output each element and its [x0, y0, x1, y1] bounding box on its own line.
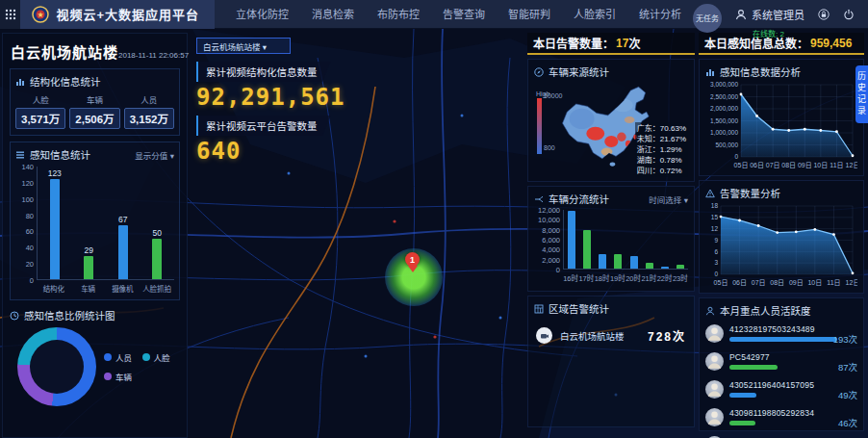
map-site-selector[interactable]: 白云机场航站楼 ▾ — [196, 38, 291, 54]
section-title: 感知信息统计 — [30, 147, 90, 162]
svg-text:0: 0 — [714, 271, 718, 277]
svg-text:15: 15 — [711, 214, 719, 220]
area-chart-svg: 05日06日07日08日09日10日11日12日0369121518 — [705, 200, 857, 289]
ratio-chart-section: 感知信息比例统计图 人员人脸车辆 — [10, 306, 180, 406]
bar — [583, 230, 591, 269]
x-tick-label: 车辆 — [71, 283, 106, 294]
person-info: 412328197503243489 — [729, 324, 823, 342]
nav-item[interactable]: 告警查询 — [431, 0, 497, 29]
task-badge[interactable]: 无任务 — [693, 4, 722, 33]
y-tick-label: 60 — [26, 227, 34, 236]
svg-text:05日: 05日 — [734, 162, 749, 169]
middle-column: 本日告警数量： 17 次 车辆来源统计 High 50000 800 — [527, 33, 695, 438]
brand: ★ 视频云+大数据应用平台 — [20, 0, 215, 29]
person-activity-bar — [729, 337, 837, 342]
heat-legend-min: 800 — [544, 144, 555, 151]
svg-text:11日: 11日 — [827, 279, 840, 287]
bar-column: 67 — [106, 215, 140, 279]
svg-text:12日: 12日 — [846, 279, 857, 287]
power-icon — [843, 9, 855, 20]
person-row[interactable]: 43098119880529283446次 — [705, 408, 857, 429]
bar-column — [564, 211, 579, 269]
svg-text:09日: 09日 — [789, 279, 804, 287]
person-avatar — [705, 352, 724, 371]
svg-text:12日: 12日 — [846, 162, 857, 169]
y-tick-label: 0 — [30, 276, 34, 285]
y-tick-label: 140 — [21, 163, 34, 171]
stat-box: 车辆2,506万 — [69, 93, 119, 129]
legend-item: 人员 — [104, 351, 142, 363]
today-alarm-header: 本日告警数量： 17 次 — [527, 33, 695, 55]
nav-item[interactable]: 布防布控 — [366, 0, 431, 29]
structured-stats-section: 结构化信息统计 人脸3,571万车辆2,506万人员3,152万 — [10, 68, 180, 136]
person-row[interactable]: 412328197503243489193次 — [705, 324, 857, 346]
nav-item[interactable]: 立体化防控 — [224, 0, 300, 29]
source-percent-item: 未知：21.67% — [637, 134, 686, 144]
x-tick-label: 23时 — [673, 272, 688, 283]
svg-text:500,000: 500,000 — [716, 142, 739, 148]
app-title: 视频云+大数据应用平台 — [56, 5, 199, 23]
bar-column: 29 — [72, 245, 107, 279]
vehicle-source-panel: 车辆来源统计 High 50000 800 — [527, 59, 695, 182]
source-percent-item: 四川：0.72% — [637, 166, 686, 176]
x-tick-label: 人脸抓拍 — [140, 283, 174, 294]
stat-value: 2,506万 — [69, 108, 119, 129]
region-alarm-row[interactable]: 白云机场航站楼728次 — [536, 327, 686, 344]
app-grid-icon[interactable] — [0, 0, 20, 29]
police-emblem-icon: ★ — [32, 6, 49, 23]
person-activity-bar — [729, 421, 755, 425]
svg-text:1,000,000: 1,000,000 — [710, 129, 738, 136]
history-tab[interactable]: 历史记录 — [855, 65, 868, 123]
nav-item[interactable]: 人脸索引 — [562, 0, 627, 29]
time-filter-dropdown[interactable]: 时间选择 ▾ — [649, 193, 688, 205]
person-avatar — [705, 324, 724, 343]
bar-column — [626, 256, 642, 269]
bar-value-label: 123 — [48, 168, 62, 178]
svg-text:9: 9 — [714, 237, 718, 244]
bar — [646, 263, 653, 269]
bar-column — [595, 254, 610, 270]
user-name: 系统管理员 — [752, 7, 804, 22]
svg-text:05日: 05日 — [714, 279, 728, 287]
bar — [118, 225, 128, 279]
bar-plot-wrap: 123296750结构化车辆摄像机人脸抓拍 — [37, 167, 174, 294]
legend-label: 人员 — [115, 351, 132, 363]
nav-item[interactable]: 智能研判 — [497, 0, 562, 29]
kpi-alarms: 累计视频云平台告警数量 640 — [196, 116, 331, 165]
map-marker[interactable]: 1 — [405, 252, 421, 272]
source-percent-item: 浙江：1.29% — [637, 144, 686, 155]
bar-chart-body: 02,0004,0006,0008,00010,00012,00016时17时1… — [534, 210, 688, 283]
person-capture-count: 49次 — [829, 388, 857, 401]
lock-button[interactable] — [818, 9, 830, 20]
person-avatar — [705, 408, 724, 426]
nav-right: 无任务 系统管理员 在线数: 2 — [693, 0, 868, 29]
bar-column — [579, 230, 595, 269]
perception-analysis-panel: 感知信息数据分析 05日06日07日08日09日10日11日12日0500,00… — [699, 59, 864, 176]
power-button[interactable] — [843, 9, 855, 20]
user-menu[interactable]: 系统管理员 在线数: 2 — [735, 7, 804, 22]
nav-item[interactable]: 消息检索 — [300, 0, 366, 29]
y-tick-label: 20 — [26, 260, 34, 269]
perception-bar-chart: 020406080100120140123296750结构化车辆摄像机人脸抓拍 — [15, 167, 174, 294]
region-alarm-list: 白云机场航站楼728次 — [534, 327, 688, 344]
nav-item[interactable]: 统计分析 — [627, 0, 693, 29]
display-filter-dropdown[interactable]: 显示分值 ▾ — [135, 149, 174, 161]
stat-box: 人脸3,571万 — [15, 93, 65, 129]
legend-label: 人脸 — [154, 351, 170, 363]
person-capture-count: 87次 — [829, 360, 857, 374]
legend-label: 车辆 — [115, 371, 132, 382]
x-tick-label: 18时 — [595, 272, 610, 283]
left-panel: 白云机场航站楼 2018-11-11 22:06:57 结构化信息统计 人脸3,… — [2, 33, 188, 438]
y-tick-label: 10,000 — [538, 216, 560, 224]
legend-item: 车辆 — [104, 371, 142, 382]
person-row[interactable]: 43052119640415709549次 — [705, 380, 857, 401]
bar-plot — [563, 210, 688, 270]
bar — [152, 239, 162, 279]
person-id: PC542977 — [729, 352, 823, 362]
right-column: 本日感知信息总数： 959,456 感知信息数据分析 05日06日07日08日0… — [699, 33, 864, 438]
person-row[interactable]: PC54297787次 — [705, 352, 857, 374]
panel-title: 本月重点人员活跃度 — [720, 303, 811, 318]
person-icon — [705, 306, 715, 316]
chart-icon — [705, 67, 715, 77]
stat-label: 人脸 — [15, 93, 65, 105]
